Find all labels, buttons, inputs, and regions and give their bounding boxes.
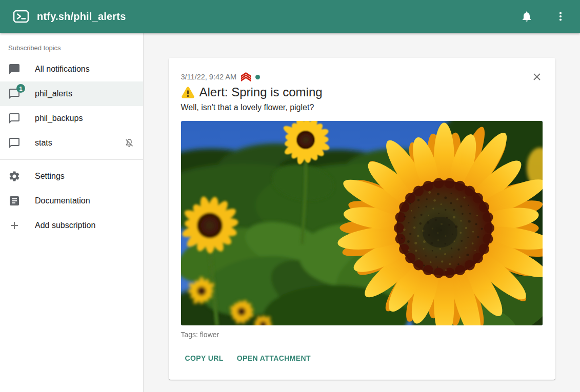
sidebar-item-phil-backups[interactable]: phil_backups <box>0 106 143 131</box>
chat-bubble-outline-icon: 1 <box>8 88 21 100</box>
chat-bubble-filled-icon <box>8 63 21 75</box>
terminal-logo-icon <box>12 9 30 24</box>
unread-dot <box>255 75 260 79</box>
page-title: ntfy.sh/phil_alerts <box>37 11 126 23</box>
notification-meta: 3/11/22, 9:42 AM <box>181 72 543 81</box>
kebab-menu-icon <box>554 10 567 23</box>
priority-high-icon <box>240 72 252 81</box>
overflow-menu-button[interactable] <box>550 6 571 27</box>
sidebar-item-label: Settings <box>35 172 65 181</box>
tags-label: Tags: flower <box>181 331 543 339</box>
bell-icon <box>521 10 533 23</box>
notification-body: Well, isn't that a lovely flower, piglet… <box>181 103 543 112</box>
chat-bubble-outline-icon <box>8 112 21 125</box>
notifications-bell-button[interactable] <box>516 6 537 27</box>
main-content: 3/11/22, 9:42 AM Alert: Spring is coming <box>144 33 580 392</box>
sidebar-item-stats[interactable]: stats <box>0 131 143 155</box>
notification-actions: COPY URL OPEN ATTACHMENT <box>181 350 543 366</box>
app-bar: ntfy.sh/phil_alerts <box>0 0 580 33</box>
sidebar-divider <box>0 159 143 160</box>
subscribed-topics-label: Subscribed topics <box>0 33 143 57</box>
close-icon <box>531 71 543 82</box>
article-icon <box>8 195 21 207</box>
plus-icon <box>8 219 21 232</box>
notification-title: Alert: Spring is coming <box>199 85 323 99</box>
attachment-image-sunflowers[interactable] <box>181 121 543 325</box>
sidebar-item-label: Add subscription <box>35 221 95 230</box>
sidebar: Subscribed topics All notifications 1 ph… <box>0 33 144 392</box>
copy-url-button[interactable]: COPY URL <box>181 350 228 366</box>
notification-card: 3/11/22, 9:42 AM Alert: Spring is coming <box>169 58 555 380</box>
unread-count-badge: 1 <box>16 84 25 93</box>
chat-bubble-outline-icon <box>8 137 21 149</box>
sidebar-item-label: Documentation <box>35 196 90 205</box>
notification-title-row: Alert: Spring is coming <box>181 85 543 99</box>
warning-emoji-icon <box>181 86 195 99</box>
sidebar-item-settings[interactable]: Settings <box>0 164 143 189</box>
close-notification-button[interactable] <box>530 70 544 84</box>
sidebar-item-phil-alerts[interactable]: 1 phil_alerts <box>0 81 143 106</box>
sidebar-item-all-notifications[interactable]: All notifications <box>0 57 143 81</box>
bell-off-icon <box>124 137 135 149</box>
sidebar-item-label: All notifications <box>35 65 90 74</box>
sidebar-item-label: stats <box>35 138 52 148</box>
sidebar-item-add-subscription[interactable]: Add subscription <box>0 213 143 238</box>
open-attachment-button[interactable]: OPEN ATTACHMENT <box>233 350 315 366</box>
gear-icon <box>8 170 21 182</box>
sidebar-item-label: phil_backups <box>35 114 83 123</box>
sidebar-item-label: phil_alerts <box>35 89 72 98</box>
notification-timestamp: 3/11/22, 9:42 AM <box>181 73 237 81</box>
sidebar-item-documentation[interactable]: Documentation <box>0 189 143 213</box>
